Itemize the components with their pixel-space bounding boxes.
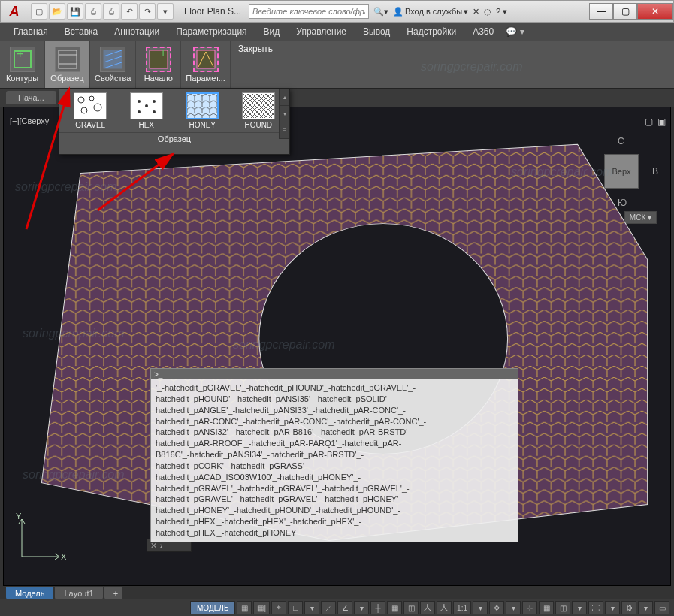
status-annoscale-dropdown-icon[interactable]: ▾ (506, 601, 521, 614)
svg-point-21 (153, 110, 156, 113)
pattern-item-hex[interactable]: HEX (120, 92, 174, 129)
viewport-label[interactable]: [−][Сверху (10, 116, 49, 125)
exchange-icon[interactable]: ✕ (473, 7, 479, 17)
ribbon-label-properties: Свойства (95, 74, 131, 83)
menubar: Главная Вставка Аннотации Параметризация… (0, 23, 674, 41)
qat-redo-icon[interactable]: ↷ (139, 3, 156, 20)
tab-model[interactable]: Модель (6, 587, 53, 599)
help-icon[interactable]: ? ▾ (496, 7, 507, 17)
status-snap-icon[interactable]: ▦| (253, 601, 270, 614)
svg-line-35 (55, 557, 59, 560)
status-iso-icon[interactable]: ⟋ (321, 601, 336, 614)
status-grid-icon[interactable]: ▦ (237, 601, 252, 614)
menu-annotate[interactable]: Аннотации (107, 24, 167, 39)
qat-saveas-icon[interactable]: ⎙ (85, 3, 101, 20)
qat-open-icon[interactable]: 📂 (49, 3, 65, 20)
search-input[interactable] (249, 4, 369, 19)
status-gear-dropdown-icon[interactable]: ▾ (638, 601, 653, 614)
vp-cascade-icon[interactable]: ▣ (657, 116, 666, 127)
status-plus-icon[interactable]: ⊹ (522, 601, 537, 614)
menu-addins[interactable]: Надстройки (399, 24, 464, 39)
menu-parametric[interactable]: Параметризация (168, 24, 254, 39)
qat-new-icon[interactable]: ▢ (31, 3, 47, 20)
status-isolate-dropdown-icon[interactable]: ▾ (605, 601, 620, 614)
status-cleanscreen-icon[interactable]: ▭ (654, 601, 669, 614)
svg-rect-11 (197, 50, 215, 68)
status-osnap-dropdown-icon[interactable]: ▾ (354, 601, 369, 614)
svg-point-15 (81, 107, 87, 113)
status-infer-icon[interactable]: ⌖ (271, 601, 286, 614)
gallery-scroll[interactable]: ▴▾≡ (279, 89, 289, 139)
status-angle-icon[interactable]: ∠ (337, 601, 352, 614)
cmdline-chevron-icon: › (160, 542, 162, 550)
statusbar: МОДЕЛЬ ▦ ▦| ⌖ ∟ ▾ ⟋ ∠ ▾ ┼ ▦ ◫ 人 人 1:1 ▾ … (0, 599, 674, 616)
signin-button[interactable]: 👤 Вход в службы▾ (393, 7, 468, 17)
close-button[interactable]: ✕ (637, 3, 673, 20)
app-logo[interactable]: A (1, 1, 28, 22)
cmd-window-header[interactable]: >_ (151, 369, 518, 379)
ribbon-panel-origin[interactable]: + Начало (136, 41, 181, 88)
infocenter-icon[interactable]: 🔍▾ (373, 7, 388, 17)
ribbon-panel-options[interactable]: Парамет... (181, 41, 231, 88)
status-monitor-dropdown-icon[interactable]: ▾ (572, 601, 587, 614)
options-icon (193, 47, 219, 72)
vp-minimize-icon[interactable]: — (631, 116, 640, 127)
status-ws-icon[interactable]: ▦ (539, 601, 554, 614)
status-gear-icon[interactable]: ⚙ (621, 601, 636, 614)
menu-a360[interactable]: A360 (465, 24, 501, 39)
document-title: Floor Plan S... (177, 6, 249, 17)
command-history-window[interactable]: >_ '_-hatchedit_pGRAVEL'_-hatchedit_pHOU… (150, 368, 518, 542)
ribbon-panel-boundaries[interactable]: + Контуры (0, 41, 45, 88)
status-annoscale-icon[interactable]: ✥ (489, 601, 504, 614)
menu-featured-icon[interactable]: 💬 ▾ (506, 26, 524, 37)
ribbon-label-origin: Начало (144, 74, 173, 83)
qat-plot-icon[interactable]: ⎙ (103, 3, 119, 20)
ribbon-close-button[interactable]: Закрыть (231, 41, 280, 57)
qat-undo-icon[interactable]: ↶ (121, 3, 138, 20)
status-person2-icon[interactable]: 人 (437, 601, 452, 614)
pattern-icon (55, 47, 80, 72)
svg-text:+: + (160, 49, 166, 59)
pattern-item-honey[interactable]: HONEY (176, 92, 229, 129)
menu-home[interactable]: Главная (6, 24, 56, 39)
qat-save-icon[interactable]: 💾 (67, 3, 83, 20)
menu-manage[interactable]: Управление (289, 24, 354, 39)
document-tab[interactable]: Нача... (6, 91, 56, 104)
vp-maximize-icon[interactable]: ▢ (645, 116, 653, 127)
status-scale-dropdown-icon[interactable]: ▾ (473, 601, 488, 614)
status-otrack-icon[interactable]: ┼ (370, 601, 385, 614)
ribbon-label-boundaries: Контуры (6, 74, 38, 83)
pattern-item-gravel[interactable]: GRAVEL (64, 92, 117, 129)
ucs-y-label: Y (16, 512, 22, 521)
status-scale-button[interactable]: 1:1 (453, 601, 471, 614)
pattern-label: GRAVEL (75, 121, 105, 129)
title-right-cluster: 🔍▾ 👤 Вход в службы▾ ✕ ◌ ? ▾ (373, 7, 507, 17)
ribbon-panel-pattern[interactable]: Образец (45, 41, 90, 88)
status-monitor-icon[interactable]: ◫ (555, 601, 570, 614)
svg-point-17 (138, 100, 141, 103)
menu-insert[interactable]: Вставка (57, 24, 106, 39)
status-tpy-icon[interactable]: ◫ (403, 601, 419, 614)
minimize-button[interactable]: — (589, 3, 613, 20)
svg-point-12 (78, 97, 84, 103)
ucs-icon: X Y (14, 512, 67, 564)
menu-view[interactable]: Вид (256, 24, 288, 39)
status-model-button[interactable]: МОДЕЛЬ (190, 601, 235, 614)
pattern-gallery-title: Образец (59, 132, 289, 145)
status-lwt-icon[interactable]: ▦ (387, 601, 402, 614)
maximize-button[interactable]: ▢ (613, 3, 637, 20)
pattern-item-hound[interactable]: HOUND (232, 92, 286, 129)
tab-layout1[interactable]: Layout1 (55, 587, 102, 599)
status-isolate-icon[interactable]: ⛶ (588, 601, 603, 614)
a360-icon[interactable]: ◌ (484, 7, 491, 17)
qat-dropdown-icon[interactable]: ▾ (157, 3, 174, 20)
origin-icon: + (146, 47, 171, 72)
status-ortho-icon[interactable]: ∟ (288, 601, 303, 614)
menu-output[interactable]: Вывод (355, 24, 397, 39)
titlebar: A ▢ 📂 💾 ⎙ ⎙ ↶ ↷ ▾ Floor Plan S... 🔍▾ 👤 В… (0, 0, 674, 23)
tab-add-button[interactable]: + (104, 587, 122, 599)
svg-rect-2 (59, 50, 77, 68)
ribbon-panel-properties[interactable]: Свойства (90, 41, 136, 88)
status-person1-icon[interactable]: 人 (420, 601, 435, 614)
status-polar-dropdown-icon[interactable]: ▾ (304, 601, 319, 614)
